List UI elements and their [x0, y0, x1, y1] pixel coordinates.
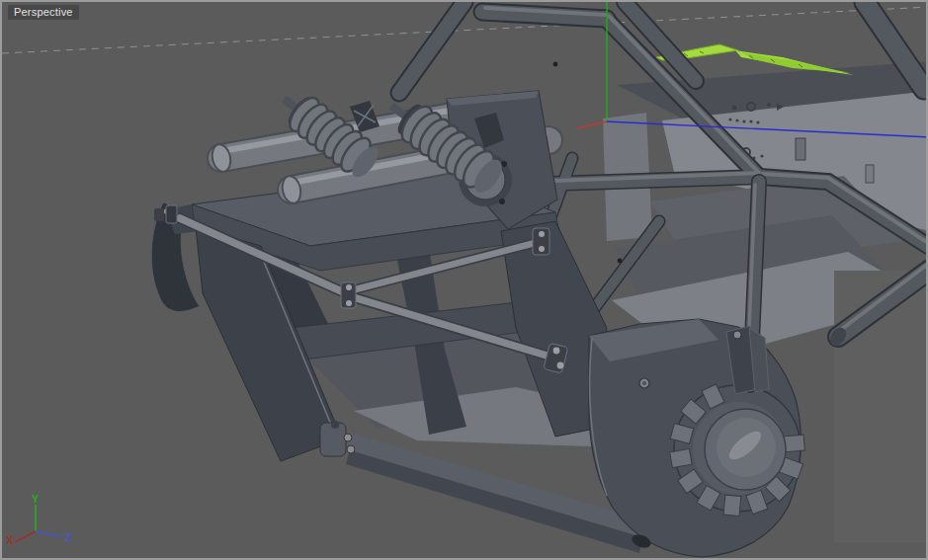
- ear-bolt: [733, 331, 741, 339]
- gizmo-x-axis: [15, 531, 36, 542]
- plate-bolt: [501, 161, 507, 167]
- housing-bolt-center: [642, 381, 646, 385]
- viewport-canvas[interactable]: Y X Z: [2, 2, 928, 560]
- axis-gizmo: Y X Z: [6, 493, 72, 546]
- viewport-3d-perspective[interactable]: Y X Z Perspective: [0, 0, 928, 560]
- plate-bolt: [499, 199, 505, 204]
- gizmo-y-label: Y: [32, 493, 40, 505]
- green-blade-shade: [741, 52, 850, 73]
- viewport-name-label[interactable]: Perspective: [8, 5, 79, 20]
- world-axis-x: [577, 121, 607, 128]
- gizmo-z-axis: [36, 531, 61, 536]
- gizmo-z-label: Z: [65, 531, 72, 543]
- gizmo-x-label: X: [6, 534, 14, 546]
- corner-clamp: [320, 421, 355, 456]
